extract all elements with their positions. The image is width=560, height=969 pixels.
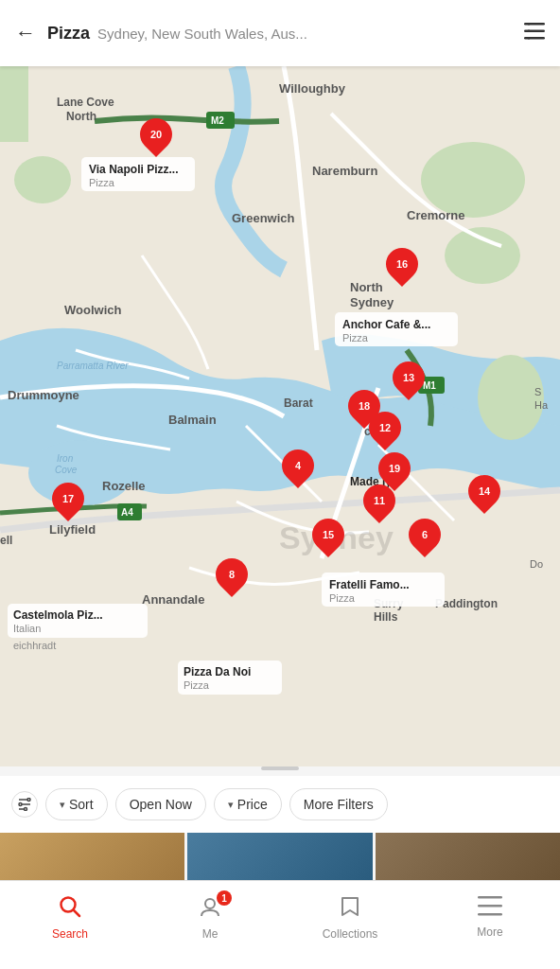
pin-number: 4: [295, 460, 301, 471]
svg-text:Lane Cove: Lane Cove: [57, 96, 114, 109]
svg-text:Woolwich: Woolwich: [64, 303, 121, 317]
svg-point-4: [528, 29, 531, 32]
map-view[interactable]: Lane Cove North Willoughby Naremburn Gre…: [0, 66, 560, 766]
svg-text:Pizza: Pizza: [89, 177, 115, 188]
svg-point-9: [445, 227, 520, 284]
svg-text:Hills: Hills: [374, 610, 398, 624]
svg-text:Fratelli Famo...: Fratelli Famo...: [329, 578, 410, 591]
svg-point-66: [19, 803, 22, 806]
svg-point-11: [14, 156, 71, 203]
svg-text:A4: A4: [121, 507, 133, 518]
pin-number: 19: [389, 463, 400, 474]
svg-text:Iron: Iron: [57, 453, 74, 464]
filter-bar: ▾ Sort Open Now ▾ Price More Filters: [0, 776, 560, 833]
nav-item-me[interactable]: 1 Me: [182, 894, 238, 941]
pin-number: 16: [396, 258, 408, 270]
svg-text:Barat: Barat: [284, 396, 313, 410]
svg-rect-12: [0, 66, 28, 142]
preview-strip: [0, 833, 560, 880]
svg-rect-0: [524, 23, 545, 26]
pin-number: 18: [359, 400, 370, 412]
svg-text:Anchor Cafe &...: Anchor Cafe &...: [342, 318, 430, 331]
svg-text:M2: M2: [211, 115, 224, 126]
more-icon: [478, 896, 502, 923]
me-icon: 1: [198, 894, 222, 925]
more-nav-label: More: [477, 925, 502, 939]
pin-number: 11: [374, 495, 385, 506]
collections-nav-label: Collections: [323, 927, 378, 941]
search-location: Sydney, New South Wales, Aus...: [97, 26, 524, 42]
svg-text:Naremburn: Naremburn: [312, 164, 377, 178]
preview-item-3[interactable]: [376, 833, 560, 880]
svg-text:Annandale: Annandale: [142, 592, 204, 607]
svg-rect-2: [524, 37, 545, 40]
svg-rect-1: [524, 29, 545, 32]
pin-number: 15: [323, 529, 334, 540]
svg-text:Sydney: Sydney: [350, 295, 394, 309]
nav-item-more[interactable]: More: [462, 896, 518, 939]
preview-item-2[interactable]: [187, 833, 372, 880]
pin-number: 20: [150, 129, 162, 140]
search-nav-label: Search: [52, 927, 88, 941]
pin-number: 8: [229, 569, 235, 580]
svg-text:Rozelle: Rozelle: [102, 479, 146, 493]
svg-text:Pizza: Pizza: [342, 332, 369, 344]
nav-item-search[interactable]: Search: [42, 894, 98, 941]
svg-text:Balmain: Balmain: [168, 413, 217, 427]
svg-point-67: [27, 799, 30, 802]
svg-text:Do: Do: [530, 558, 543, 570]
price-chevron: ▾: [228, 799, 234, 811]
search-title: Pizza: [47, 24, 90, 44]
filter-icon-button[interactable]: [11, 791, 38, 818]
svg-text:Greenwich: Greenwich: [232, 211, 295, 225]
pin-number: 13: [403, 372, 414, 383]
sheet-handle: [261, 766, 299, 770]
svg-text:Pizza: Pizza: [184, 679, 210, 691]
me-nav-label: Me: [202, 927, 219, 941]
svg-text:Pizza Da Noi: Pizza Da Noi: [184, 665, 251, 678]
pin-number: 14: [479, 485, 490, 497]
svg-point-71: [205, 899, 215, 908]
svg-text:ell: ell: [0, 534, 12, 547]
svg-text:Castelmola Piz...: Castelmola Piz...: [13, 608, 103, 622]
nav-item-collections[interactable]: Collections: [322, 894, 378, 941]
pin-number: 12: [379, 422, 391, 433]
svg-text:Willoughby: Willoughby: [279, 81, 346, 96]
sort-chevron: ▾: [60, 799, 65, 811]
svg-point-5: [528, 37, 531, 40]
svg-rect-74: [478, 913, 502, 916]
open-now-button[interactable]: Open Now: [115, 788, 206, 820]
sort-button[interactable]: ▾ Sort: [45, 788, 108, 820]
collections-icon: [338, 894, 362, 925]
pin-number: 6: [422, 529, 428, 540]
svg-text:Drummoyne: Drummoyne: [8, 388, 79, 402]
open-now-label: Open Now: [130, 797, 192, 812]
svg-rect-73: [478, 905, 502, 907]
svg-text:North: North: [66, 110, 96, 123]
pin-number: 17: [62, 493, 74, 504]
svg-text:S: S: [534, 386, 541, 397]
svg-text:Cremorne: Cremorne: [407, 208, 464, 222]
header: ← Pizza Sydney, New South Wales, Aus...: [0, 0, 560, 66]
svg-text:Ha: Ha: [534, 399, 549, 411]
svg-point-8: [421, 142, 525, 218]
svg-text:Italian: Italian: [13, 623, 41, 634]
svg-text:Via Napoli Pizz...: Via Napoli Pizz...: [89, 163, 178, 176]
svg-text:Lilyfield: Lilyfield: [49, 522, 96, 537]
svg-point-3: [528, 23, 531, 26]
svg-text:eichhradt: eichhradt: [13, 640, 56, 651]
sort-label: Sort: [69, 797, 94, 812]
svg-text:Cove: Cove: [55, 465, 78, 475]
list-view-button[interactable]: [524, 23, 545, 44]
svg-text:North: North: [350, 280, 383, 294]
svg-text:M1: M1: [423, 380, 436, 391]
svg-point-10: [478, 355, 544, 440]
back-button[interactable]: ←: [15, 21, 36, 45]
me-badge: 1: [217, 890, 232, 906]
bottom-navigation: Search 1 Me Collections Mo: [0, 880, 560, 969]
price-label: Price: [237, 797, 268, 812]
preview-item-1[interactable]: [0, 833, 184, 880]
more-filters-button[interactable]: More Filters: [289, 788, 388, 820]
price-button[interactable]: ▾ Price: [214, 788, 282, 820]
svg-rect-72: [478, 896, 502, 899]
